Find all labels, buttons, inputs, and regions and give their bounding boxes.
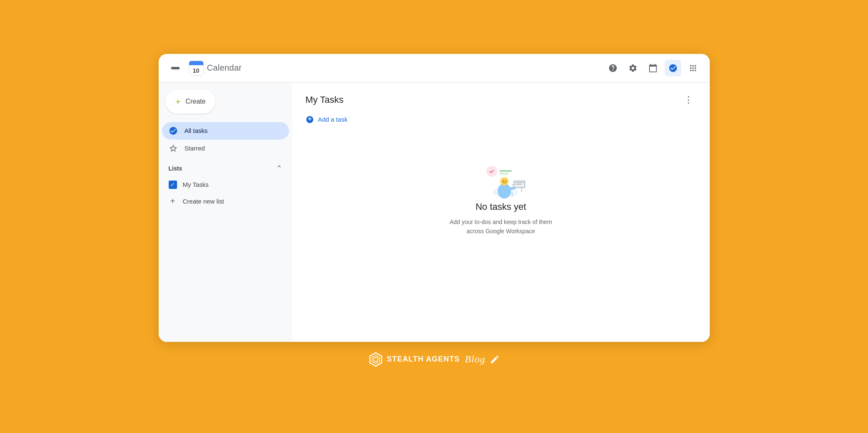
create-new-list-item[interactable]: + Create new list (162, 193, 289, 210)
svg-point-5 (500, 177, 509, 186)
my-tasks-checkbox-icon: ✓ (169, 181, 177, 189)
empty-state-description: Add your to-dos and keep track of them a… (443, 217, 559, 236)
lists-section-header: Lists ⌃ (162, 157, 289, 176)
help-icon[interactable] (605, 60, 621, 76)
svg-rect-10 (515, 182, 524, 183)
create-button[interactable]: + Create (165, 89, 216, 114)
create-label: Create (185, 98, 205, 105)
add-task-icon (306, 115, 314, 124)
svg-marker-15 (370, 353, 382, 366)
empty-state-title: No tasks yet (476, 201, 526, 212)
empty-state-illustration (472, 155, 530, 201)
app-title: Calendar (207, 63, 242, 73)
create-plus-icon: + (175, 96, 181, 107)
add-task-label: Add a task (318, 116, 348, 123)
all-tasks-check-icon (169, 126, 178, 135)
footer: STEALTH AGENTS Blog (368, 352, 499, 367)
svg-point-6 (502, 180, 504, 181)
create-new-list-plus-icon: + (169, 197, 177, 206)
create-new-list-label: Create new list (183, 198, 224, 205)
starred-star-icon (169, 144, 178, 153)
settings-icon[interactable] (625, 60, 641, 76)
svg-marker-16 (372, 355, 380, 364)
content-area: My Tasks ⋮ Add a task (292, 83, 710, 342)
calendar-app-icon: 10 (189, 61, 204, 76)
empty-state: No tasks yet Add your to-dos and keep tr… (306, 139, 696, 253)
footer-hex-logo (368, 352, 383, 367)
app-logo: 10 Calendar (189, 61, 242, 76)
svg-rect-14 (499, 173, 509, 174)
svg-rect-11 (515, 184, 521, 185)
lists-label: Lists (169, 165, 182, 172)
all-tasks-label: All tasks (185, 127, 208, 134)
more-vert-icon[interactable]: ⋮ (681, 93, 696, 107)
calendar-switch-icon[interactable] (645, 60, 661, 76)
pencil-icon (490, 354, 500, 364)
svg-point-7 (505, 180, 506, 181)
chevron-up-icon[interactable]: ⌃ (276, 164, 282, 173)
apps-grid-icon[interactable] (685, 60, 701, 76)
top-bar-actions (605, 60, 701, 76)
tasks-switch-icon[interactable] (665, 60, 681, 76)
add-task-button[interactable]: Add a task (306, 114, 348, 125)
svg-point-17 (374, 357, 378, 362)
content-header: My Tasks ⋮ (306, 93, 696, 107)
list-item-my-tasks[interactable]: ✓ My Tasks (162, 176, 289, 193)
svg-point-4 (498, 183, 511, 199)
top-bar: 10 Calendar (159, 54, 710, 83)
svg-rect-3 (511, 192, 513, 196)
content-title: My Tasks (306, 94, 344, 105)
menu-icon[interactable] (167, 60, 184, 76)
brand-text: STEALTH AGENTS (387, 355, 460, 364)
main-layout: + Create All tasks Starred (159, 83, 710, 342)
starred-label: Starred (185, 145, 205, 152)
svg-rect-13 (499, 170, 512, 172)
footer-brand: STEALTH AGENTS Blog (368, 352, 499, 367)
sidebar: + Create All tasks Starred (159, 83, 292, 342)
sidebar-item-all-tasks[interactable]: All tasks (162, 122, 289, 140)
browser-window: 10 Calendar (159, 54, 710, 342)
sidebar-item-starred[interactable]: Starred (162, 140, 289, 157)
my-tasks-list-label: My Tasks (183, 181, 209, 188)
blog-text: Blog (465, 354, 485, 365)
